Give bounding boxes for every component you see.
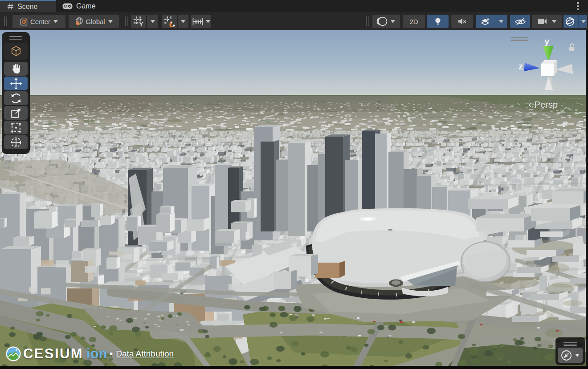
svg-text:z: z (519, 61, 523, 71)
svg-text:y: y (544, 36, 550, 46)
svg-text:Y: Y (139, 21, 143, 27)
